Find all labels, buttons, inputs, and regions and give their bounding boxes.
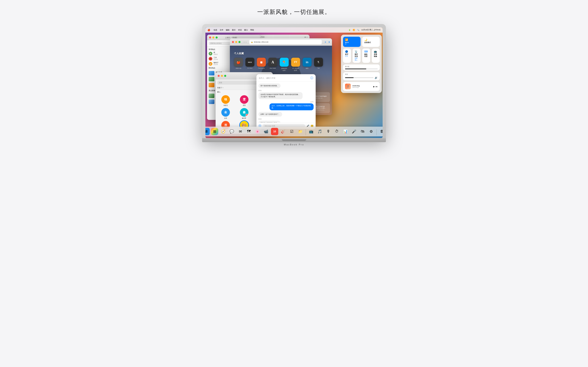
chat-msg-4: 叶叶 我觉得才刚刚深入境境。 (259, 118, 314, 123)
menu-conversation[interactable]: 对话 (238, 29, 242, 31)
bookmark-icon-patchwork: ■ (257, 58, 266, 67)
browser-minimize-btn[interactable] (235, 41, 237, 43)
bookmark-tait[interactable]: T. Tait (314, 58, 323, 72)
cc-screen-label: 屏幕镜像 (374, 53, 378, 58)
contact-jinyan[interactable]: 金 金燕 (217, 108, 234, 119)
dock-trash[interactable]: 🗑 (378, 128, 383, 135)
browser-maximize-btn[interactable] (238, 41, 241, 43)
chat-bubble-0: 那个鼠标的镜头很刺激。 (259, 83, 281, 88)
cc-sound-track[interactable] (345, 77, 373, 78)
home-icon: 🏠 (209, 52, 212, 55)
macbook-wrapper: 🍎 信息 文件 编辑 显示 对话 窗口 帮助 🔋 📶 🔍 11月10日 周二 上… (202, 24, 386, 146)
bookmark-label-tait: Tait (318, 67, 320, 69)
dock-launchpad[interactable]: ⊞ (211, 128, 218, 135)
screen-mirror-icon: 📺 (374, 50, 378, 53)
msg-maximize-btn[interactable] (224, 75, 226, 77)
close-button[interactable] (209, 36, 211, 39)
forward-button[interactable]: › (246, 41, 246, 43)
bookmark-icon-ft: FT (291, 58, 300, 67)
menu-view[interactable]: 显示 (232, 29, 236, 31)
music-info: Underdog Alicia Keys (352, 85, 372, 88)
bookmark-nice[interactable]: NICE It's Nice (245, 58, 254, 72)
search-icon[interactable]: 🔍 (357, 29, 359, 31)
bookmark-ft[interactable]: FT FT 中文网 - 全球... (291, 58, 300, 72)
dock-screentime[interactable]: ⏱ (333, 128, 341, 135)
explore-thumb-0 (209, 94, 214, 98)
play-button[interactable]: ▶ (373, 85, 375, 88)
menu-window[interactable]: 窗口 (244, 29, 248, 31)
back-button[interactable]: ‹ (244, 41, 244, 43)
chat-info-button[interactable]: ⓘ (310, 76, 313, 80)
dock-facetime[interactable]: 📹 (262, 128, 270, 135)
dock-garageband[interactable]: 🎸 (279, 128, 287, 135)
contact-wenwen[interactable]: 雯 雯雯 (236, 95, 253, 106)
wifi-icon[interactable]: 📶 (353, 29, 355, 31)
minimize-button[interactable] (212, 36, 214, 39)
map-3d-btn[interactable]: 3D (304, 36, 306, 38)
work-label: 工作 (214, 57, 218, 59)
coffee-label: 咖啡厅 (214, 62, 218, 64)
coffee-icon: ☕ (209, 62, 212, 66)
msg-close-btn[interactable] (218, 75, 220, 77)
cc-display-fill (345, 68, 366, 69)
cc-dnd-tile[interactable]: 🌙 勿扰模式 (362, 37, 380, 47)
menu-help[interactable]: 帮助 (250, 29, 254, 31)
chat-messages-area: 那个鼠标的镜头很刺激。 叶叶 这条照片前镜的片段更有节奏感，镜头街接也更流畅，大… (256, 82, 316, 123)
dock-calendar[interactable]: 10 (271, 128, 278, 135)
dock-messages[interactable]: 💬 (228, 128, 235, 135)
dock-files[interactable]: 📁 (297, 128, 304, 135)
dock-maps[interactable]: 🗺 (245, 128, 252, 135)
control-center: 📶 Wi-Fi 开 🌙 勿扰模式 🔵 蓝牙 打开 (341, 35, 382, 93)
contact-xinrq[interactable]: 鑫 ❤ 鑫若青 (236, 108, 253, 119)
map-type-btn[interactable]: □ (307, 36, 308, 38)
menu-edit[interactable]: 编辑 (226, 29, 229, 31)
cc-display-track[interactable] (345, 68, 378, 69)
menu-file[interactable]: 文件 (220, 29, 223, 31)
cc-wifi-sub: 开 (345, 43, 359, 45)
apple-menu[interactable]: 🍎 (208, 29, 210, 31)
music-title: Underdog (352, 85, 372, 87)
dock-safari[interactable]: 🧭 (219, 128, 227, 135)
cc-display-section: 显示器 (343, 64, 380, 71)
macbook-bottom (202, 138, 386, 142)
bluetooth-icon: 🔵 (345, 50, 349, 53)
dock-keynote[interactable]: 🎤 (350, 128, 358, 135)
work-icon: 💼 (209, 57, 212, 60)
share-button[interactable]: ⬆ (328, 41, 330, 43)
dock-music[interactable]: 🎵 (316, 128, 323, 135)
dock-podcasts[interactable]: 🎙 (325, 128, 332, 135)
app-menu-messages[interactable]: 信息 (214, 29, 217, 31)
dock-photos[interactable]: 🌸 (254, 128, 261, 135)
cc-airdrop-tile[interactable]: 📡 隔空投送 仅联系人 (353, 49, 361, 63)
bookmark-icon-freshness: 🪁 (280, 58, 289, 67)
dock-appstore[interactable]: 🛍 (359, 128, 366, 135)
dock-appletv[interactable]: 📺 (307, 128, 315, 135)
bookmark-ace[interactable]: A Ace Hotel (268, 58, 277, 72)
bookmark-patchwork[interactable]: ■ Patchwork (257, 58, 266, 72)
next-button[interactable]: ⏭ (376, 85, 378, 88)
chat-header: 收件人：威彩工作室 ⓘ (256, 74, 316, 82)
maximize-button[interactable] (216, 36, 218, 39)
page-headline: 一派新风貌，一切任施展。 (257, 8, 331, 16)
dock-systemprefs[interactable]: ⚙ (367, 128, 375, 135)
browser-close-btn[interactable] (232, 41, 234, 43)
dock-mail[interactable]: ✉ (237, 128, 244, 135)
bookmark-freshness[interactable]: 🪁 [新鲜度官 - 全球... (280, 58, 289, 72)
dock: 🖥 ⊞ 🧭 💬 ✉ 🗺 🌸 📹 10 🎸 ☑ 📁 📺 🎵 🎙 ⏱ 📊 🎤 (205, 127, 383, 136)
bookmark-linkedin[interactable]: in 领英 (303, 58, 311, 72)
browser-address-bar[interactable]: 🔒 搜索或输入网站名称 (249, 40, 322, 44)
dock-numbers[interactable]: 📊 (342, 128, 349, 135)
msg-minimize-btn[interactable] (221, 75, 223, 77)
bookmark-apple[interactable]: 🍎 苹果中国 (234, 58, 243, 72)
cc-wifi-tile[interactable]: 📶 Wi-Fi 开 (343, 37, 361, 47)
chat-recipient-label: 收件人：威彩工作室 (259, 77, 276, 80)
cc-screen-tile[interactable]: 📺 屏幕镜像 (372, 49, 380, 63)
new-tab-button[interactable]: + (325, 40, 326, 44)
dock-reminders[interactable]: ☑ (288, 128, 295, 135)
cc-music-panel: 🎵 Underdog Alicia Keys ▶ ⏭ (343, 82, 380, 91)
contact-qianjb[interactable]: 钱 钱嘉宝 (217, 95, 234, 106)
dock-finder[interactable]: 🖥 (205, 128, 210, 135)
bookmark-label-ft: FT 中文网 - 全球... (292, 67, 299, 72)
cc-keyboard-tile[interactable]: ⌨ 键盘亮度 (362, 49, 370, 63)
cc-bluetooth-tile[interactable]: 🔵 蓝牙 打开 (343, 49, 351, 63)
